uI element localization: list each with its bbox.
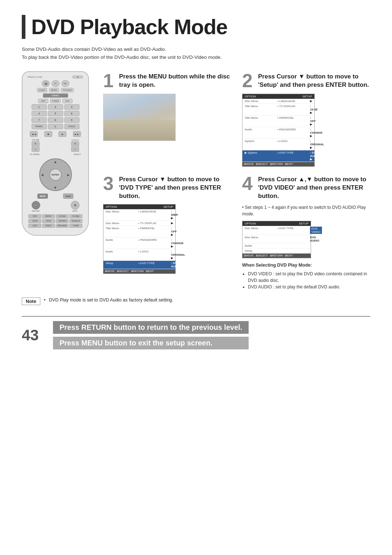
title-text: DVD Playback Mode: [31, 15, 228, 39]
digest-btn[interactable]: DIGEST: [42, 224, 55, 228]
step3-note-text: Set steps 1 ~ 4 again if you want to swi…: [242, 205, 366, 216]
step-1-number: 1: [103, 71, 116, 90]
note-label: Note: [22, 297, 40, 305]
stop-btn[interactable]: ■: [44, 131, 52, 137]
step-2-header: 2 Press Cursor ▼ button to move to 'Setu…: [242, 71, 370, 90]
menu-instruction: Press MENU button to exit the setup scre…: [60, 339, 212, 347]
step-1-text: Press the MENU button while the disc tra…: [119, 71, 231, 89]
menu-select-row: MENU select: [30, 194, 81, 199]
step-1-box: 1 Press the MENU button while the disc t…: [103, 71, 231, 167]
setup-screen-1: OPTION SETUP Disc Menu • LANGUAGE ▶ Titl…: [242, 94, 315, 167]
num-0[interactable]: 0: [48, 124, 63, 129]
num-7[interactable]: 7: [32, 117, 47, 123]
return-btn[interactable]: ↩: [32, 201, 40, 210]
num-2[interactable]: 2: [48, 104, 63, 110]
nav-left-arrow[interactable]: ◄: [41, 173, 44, 177]
slow-btn[interactable]: SLOW: [42, 219, 55, 223]
num-8[interactable]: 8: [48, 117, 63, 123]
zoom-btn[interactable]: ZOOM: [28, 219, 41, 223]
open-close-label: OPEN/CLOSE: [28, 76, 42, 78]
note-text: • DVD Play mode is set to DVD Audio as f…: [44, 297, 173, 303]
setup-row2-dvdtype: Setup • DVD TYPE : DVD AUDIO: [103, 261, 175, 269]
bottom-row: 43 Press RETURN button to return to the …: [22, 321, 370, 349]
setup-row2-tv: Disc Menu • TV DISPLAY ▶: [103, 221, 175, 226]
bottom-buttons: STEP REPEAT EZ VIEW P1 ZONE ZOOM SLOW TV…: [28, 214, 82, 228]
power-row: ⏻ TV SAT: [25, 80, 85, 87]
play-btn[interactable]: ►: [58, 131, 66, 137]
ez-view-btn[interactable]: EZ VIEW: [56, 214, 69, 218]
rewind-btn[interactable]: ◄◄: [30, 131, 38, 137]
sat-btn[interactable]: SAT: [61, 80, 69, 87]
step-3-text: Press Cursor ▼ button to move to 'DVD TY…: [119, 174, 231, 200]
note-section: Note • DVD Play mode is set to DVD Audio…: [22, 297, 370, 305]
num-4[interactable]: 4: [32, 111, 47, 116]
num-remain[interactable]: REMAIN: [32, 124, 47, 129]
ff-btn[interactable]: ►►: [73, 131, 81, 137]
main-content: OPEN/CLOSE ⏻ TV SAT SLEEP MODE TV/VIDEO …: [22, 71, 370, 290]
setup-footer-3: ⊠MOVE ⊠SELECT ⊠RETURN ⊠EXIT: [242, 254, 311, 258]
tv-vrc-btn[interactable]: TV/VRC: [69, 224, 82, 228]
step-3-header: 3 Press Cursor ▼ button to move to 'DVD …: [103, 174, 231, 200]
setup-row-dvdtype-1: ▶ System • DVD TYPE : DVD AUDIO ▶: [242, 150, 314, 162]
num-9[interactable]: 9: [64, 117, 79, 123]
dimmer-row: DIMMER: [25, 93, 85, 98]
tv-in-btn[interactable]: TVIN MONI: [56, 219, 69, 223]
p1-zone-btn[interactable]: P1 ZONE: [69, 214, 82, 218]
when-selecting-list: DVD VIDEO : set to play the DVD video co…: [242, 271, 370, 290]
setup-row2-parental: Title Menu • PARENTAL : OFF ▶: [103, 226, 175, 238]
tuning-down-btn[interactable]: −: [71, 147, 79, 152]
setup-title-left-2: OPTION: [106, 205, 117, 208]
mode-btn[interactable]: MODE: [49, 88, 59, 92]
step-4-number: 4: [242, 174, 255, 193]
volume-down-btn[interactable]: −: [32, 147, 40, 152]
tv-video-btn[interactable]: TV/VIDEO: [61, 88, 74, 92]
enter-btn[interactable]: ENTER: [49, 169, 62, 181]
repeat-btn[interactable]: REPEAT: [42, 214, 55, 218]
steps-grid: 1 Press the MENU button while the disc t…: [103, 71, 370, 290]
bottom-section: 43 Press RETURN button to return to the …: [22, 316, 370, 349]
subtitle: Some DVD-Audio discs contain DVD-Video a…: [22, 45, 370, 61]
nav-down-arrow[interactable]: ▼: [54, 186, 57, 190]
num-cancel[interactable]: CANCEL: [64, 124, 79, 129]
setup-screen-2: OPTION SETUP Disc Menu • LANGUAGE : WBR …: [103, 204, 176, 274]
when-selecting-item-1: DVD VIDEO : set to play the DVD video co…: [248, 271, 370, 284]
mute-btn[interactable]: 🔇: [71, 201, 79, 210]
num-5[interactable]: 5: [48, 111, 63, 116]
tv-btn[interactable]: TV: [52, 80, 60, 87]
select-btn[interactable]: select: [63, 194, 73, 199]
tuning-up-btn[interactable]: +: [71, 141, 79, 146]
logo-btn[interactable]: LOGO: [28, 224, 41, 228]
mute-group: 🔇 MUTE: [71, 201, 79, 212]
volume-up-btn[interactable]: +: [32, 141, 40, 146]
menu-btn[interactable]: MENU: [37, 194, 48, 199]
number-grid: 1 2 3 4 5 6 7 8 9 REMAIN 0 CANCEL: [32, 104, 79, 129]
setup-row-lang: Disc Menu • LANGUAGE ▶: [242, 99, 314, 104]
nav-up-arrow[interactable]: ▲: [54, 160, 57, 164]
step-btn[interactable]: STEP: [28, 214, 41, 218]
step-1-image: [103, 94, 176, 141]
setup-title-right-3: SETUP: [299, 222, 309, 225]
setup-row2-logo: Audio • LOGO : ORIGINAL ▶: [103, 249, 175, 261]
tuning-group: TUNING/CH + −: [71, 139, 79, 152]
num-6[interactable]: 6: [64, 111, 79, 116]
step-4-header: 4 Press Cursor ▲,▼ button to move to 'DV…: [242, 174, 370, 200]
setup-title-right-1: SETUP: [302, 95, 312, 98]
setup-header-3: OPTION SETUP: [242, 221, 311, 226]
power-btn[interactable]: ⏻: [42, 80, 50, 87]
num-1[interactable]: 1: [32, 104, 47, 110]
dimmer-btn[interactable]: DIMMER: [43, 93, 68, 98]
setup-row-password: Audio • PASSWORD : CHANGE ▶: [242, 127, 314, 139]
num-3[interactable]: 3: [64, 104, 79, 110]
aux-btn[interactable]: AUX: [62, 99, 73, 103]
midi-mode-btn[interactable]: MIDI MODE: [56, 224, 69, 228]
dvd-btn[interactable]: DVD: [38, 99, 48, 103]
remote-control: OPEN/CLOSE ⏻ TV SAT SLEEP MODE TV/VIDEO …: [22, 71, 89, 236]
nav-right-arrow[interactable]: ►: [67, 173, 70, 177]
tuning-label: TUNING/CH: [71, 139, 79, 141]
sound-ef-btn[interactable]: SOUND EF: [69, 219, 82, 223]
volume-group: VOLUME + −: [32, 139, 40, 152]
subtitle-line-1: Some DVD-Audio discs contain DVD-Video a…: [22, 45, 370, 53]
tuner-btn[interactable]: TUNER: [50, 99, 61, 103]
sleep-btn[interactable]: SLEEP: [37, 88, 47, 92]
sleep-mode-row: SLEEP MODE TV/VIDEO: [25, 88, 85, 92]
